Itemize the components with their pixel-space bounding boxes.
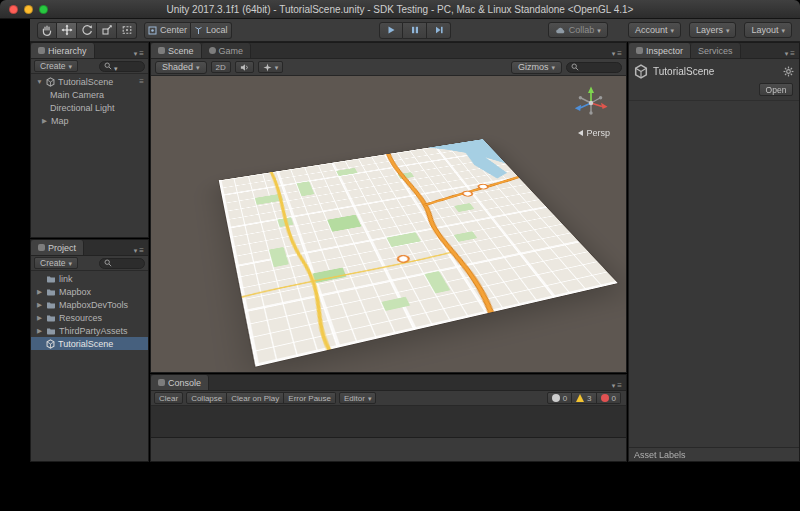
- create-button[interactable]: Create: [34, 60, 78, 72]
- search-input[interactable]: [99, 61, 145, 72]
- minimize-window-button[interactable]: [24, 5, 33, 14]
- error-icon: [601, 394, 609, 402]
- panel-menu-icon[interactable]: [130, 49, 148, 58]
- expand-arrow-icon[interactable]: [36, 301, 43, 309]
- search-input[interactable]: [99, 258, 145, 269]
- project-item-thirdpartyassets[interactable]: ThirdPartyAssets: [31, 324, 148, 337]
- tab-game[interactable]: Game: [202, 43, 252, 58]
- hierarchy-tab-icon: [38, 47, 45, 54]
- rotate-tool-button[interactable]: [77, 22, 97, 39]
- project-item-resources[interactable]: Resources: [31, 311, 148, 324]
- hierarchy-item-scene-root[interactable]: TutorialScene: [31, 75, 148, 88]
- persp-text: Persp: [586, 128, 610, 138]
- projection-mode-label[interactable]: Persp: [578, 128, 610, 138]
- folder-icon: [46, 314, 56, 322]
- info-icon: [552, 394, 560, 402]
- warning-filter-toggle[interactable]: 3: [572, 392, 596, 404]
- gizmos-dropdown[interactable]: Gizmos: [511, 61, 562, 74]
- tab-inspector[interactable]: Inspector: [629, 43, 691, 58]
- expand-arrow-icon[interactable]: [36, 288, 43, 296]
- move-tool-button[interactable]: [57, 22, 77, 39]
- search-icon: [104, 62, 112, 70]
- panel-menu-icon[interactable]: [781, 49, 799, 58]
- rect-tool-icon: [121, 24, 133, 36]
- scene-audio-toggle[interactable]: [235, 61, 254, 73]
- error-pause-toggle[interactable]: Error Pause: [284, 392, 336, 404]
- project-item-mapboxdevtools[interactable]: MapboxDevTools: [31, 298, 148, 311]
- collapse-toggle[interactable]: Collapse: [186, 392, 227, 404]
- space-toggle-button[interactable]: Local: [191, 22, 232, 39]
- item-label: Mapbox: [59, 287, 91, 297]
- chevron-down-icon: [781, 25, 785, 35]
- tab-hierarchy[interactable]: Hierarchy: [31, 43, 95, 58]
- pivot-toggle-button[interactable]: Center: [144, 22, 191, 39]
- shading-mode-dropdown[interactable]: Shaded: [155, 61, 207, 74]
- hierarchy-item-directional-light[interactable]: Directional Light: [31, 101, 148, 114]
- scene-menu-icon[interactable]: [139, 77, 148, 86]
- zoom-window-button[interactable]: [39, 5, 48, 14]
- error-filter-toggle[interactable]: 0: [597, 392, 621, 404]
- project-item-link[interactable]: link: [31, 272, 148, 285]
- expand-arrow-icon[interactable]: [36, 327, 43, 335]
- expand-arrow-icon[interactable]: [36, 314, 43, 322]
- asset-labels-bar[interactable]: Asset Labels: [629, 447, 799, 461]
- services-tab-label: Services: [698, 46, 733, 56]
- tab-project[interactable]: Project: [31, 240, 84, 255]
- effects-icon: [263, 63, 272, 72]
- console-log-list[interactable]: [151, 406, 626, 438]
- clear-label: Clear: [159, 394, 178, 403]
- panel-menu-icon[interactable]: [608, 49, 626, 58]
- scene-toolbar-right: Gizmos: [511, 61, 622, 74]
- expand-arrow-icon[interactable]: [41, 117, 48, 125]
- hand-tool-button[interactable]: [37, 22, 57, 39]
- close-window-button[interactable]: [9, 5, 18, 14]
- hierarchy-tab-label: Hierarchy: [48, 46, 87, 56]
- layers-dropdown[interactable]: Layers: [689, 22, 737, 38]
- hierarchy-item-map[interactable]: Map: [31, 114, 148, 127]
- scene-search-input[interactable]: [566, 62, 622, 73]
- clear-button[interactable]: Clear: [154, 392, 183, 404]
- panel-menu-icon[interactable]: [130, 246, 148, 255]
- item-label: TutorialScene: [58, 339, 113, 349]
- map-plane-object[interactable]: [219, 139, 618, 367]
- step-icon: [434, 25, 444, 35]
- tab-console[interactable]: Console: [151, 375, 209, 390]
- expand-arrow-icon[interactable]: [36, 78, 43, 85]
- tab-scene[interactable]: Scene: [151, 43, 202, 58]
- rect-tool-button[interactable]: [117, 22, 137, 39]
- chevron-down-icon: [69, 258, 73, 268]
- project-toolbar: Create: [31, 256, 148, 271]
- console-counts: 0 3 0: [547, 392, 623, 404]
- hierarchy-toolbar: Create: [31, 59, 148, 74]
- collab-dropdown[interactable]: Collab: [548, 22, 608, 38]
- scene-orientation-gizmo[interactable]: [568, 84, 614, 124]
- info-filter-toggle[interactable]: 0: [547, 392, 572, 404]
- console-detail-pane[interactable]: [151, 438, 626, 461]
- editor-label: Editor: [344, 394, 365, 403]
- scale-tool-button[interactable]: [97, 22, 117, 39]
- 2d-toggle-button[interactable]: 2D: [211, 61, 231, 73]
- step-button[interactable]: [427, 22, 451, 39]
- project-item-mapbox[interactable]: Mapbox: [31, 285, 148, 298]
- pause-button[interactable]: [403, 22, 427, 39]
- play-icon: [386, 25, 396, 35]
- play-button[interactable]: [379, 22, 403, 39]
- hierarchy-item-main-camera[interactable]: Main Camera: [31, 88, 148, 101]
- item-label: ThirdPartyAssets: [59, 326, 128, 336]
- layout-dropdown[interactable]: Layout: [744, 22, 792, 38]
- create-button[interactable]: Create: [34, 257, 78, 269]
- panel-menu-icon[interactable]: [608, 381, 626, 390]
- project-tab-icon: [38, 244, 45, 251]
- shading-mode-label: Shaded: [162, 62, 193, 72]
- account-label: Account: [635, 25, 668, 35]
- clear-on-play-toggle[interactable]: Clear on Play: [227, 392, 284, 404]
- open-button[interactable]: Open: [759, 83, 793, 96]
- scene-effects-dropdown[interactable]: [258, 61, 284, 73]
- gear-icon[interactable]: [783, 66, 794, 77]
- scene-viewport[interactable]: Persp: [151, 76, 626, 372]
- tab-services[interactable]: Services: [691, 43, 741, 58]
- account-dropdown[interactable]: Account: [628, 22, 681, 38]
- editor-dropdown[interactable]: Editor: [339, 392, 376, 404]
- chevron-down-icon: [551, 62, 555, 72]
- project-item-tutorialscene[interactable]: TutorialScene: [31, 337, 148, 350]
